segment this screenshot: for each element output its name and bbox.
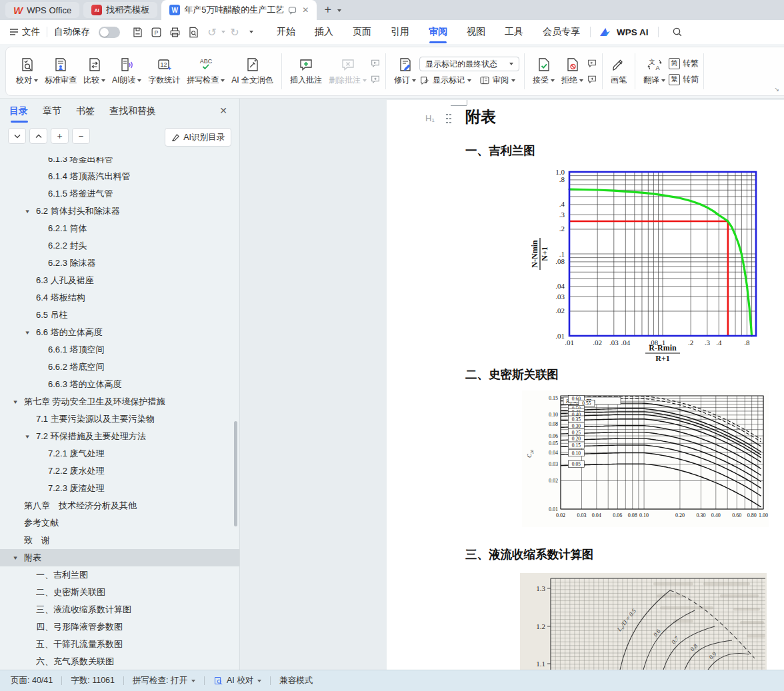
tab-current-document[interactable]: W 年产5万吨醋酸的生产工艺初步 ✕ — [161, 0, 317, 20]
translate-button[interactable]: 文A 翻译 — [640, 57, 669, 86]
sidebar-tab-chapters[interactable]: 章节 — [43, 99, 61, 124]
tab-docer-templates[interactable]: AI 找稻壳模板 — [83, 2, 157, 18]
standard-review-button[interactable]: 标准审查 — [41, 57, 80, 86]
ai-recognize-toc-button[interactable]: AI识别目录 — [165, 128, 231, 147]
toc-item[interactable]: 6.6.3 塔的立体高度 — [0, 376, 239, 393]
next-change-icon[interactable] — [587, 74, 597, 85]
toc-item[interactable]: 四、弓形降液管参数图 — [0, 618, 239, 636]
toc-expand-down-button[interactable] — [8, 128, 26, 144]
proofread-button[interactable]: 校对 — [13, 57, 41, 86]
toc-item[interactable]: 6.6.1 塔顶空间 — [0, 341, 239, 358]
toc-item[interactable]: 7.2.2 废水处理 — [0, 462, 239, 480]
prev-comment-icon[interactable] — [370, 58, 381, 69]
toc-item[interactable]: 6.1.4 塔顶蒸汽出料管 — [0, 168, 239, 185]
accept-button[interactable]: 接受 — [529, 57, 558, 86]
sidebar-tab-bookmarks[interactable]: 书签 — [76, 99, 95, 124]
spell-check-button[interactable]: ABC 拼写检查 — [183, 57, 228, 86]
toc-item[interactable]: ▼附表 — [0, 549, 239, 566]
toc-item[interactable]: 6.5 吊柱 — [0, 307, 239, 324]
undo-button[interactable]: ↺ — [204, 24, 220, 40]
traditional-to-simplified-button[interactable]: 繁 转简 — [669, 74, 699, 85]
ai-proof-status[interactable]: AI 校对 — [227, 675, 253, 686]
toc-collapse-triangle-icon[interactable]: ▼ — [12, 399, 18, 405]
toc-collapse-triangle-icon[interactable]: ▼ — [24, 434, 30, 440]
toc-item[interactable]: 6.6.2 塔底空间 — [0, 358, 239, 376]
menu-tab-审阅[interactable]: 审阅 — [428, 20, 448, 44]
autosave-control[interactable]: 自动保存 — [54, 26, 120, 38]
toc-collapse-up-button[interactable] — [29, 128, 47, 144]
toc-item[interactable]: 6.4 塔板结构 — [0, 289, 239, 307]
new-tab-plus-icon[interactable]: ＋ — [322, 1, 333, 17]
toolbar-more-chevron-down-icon[interactable] — [249, 31, 253, 33]
ai-polish-button[interactable]: AI 全文润色 — [228, 57, 277, 86]
toc-item[interactable]: 六、充气系数关联图 — [0, 653, 239, 670]
pen-button[interactable]: 画笔 — [607, 57, 630, 86]
wps-ai-button[interactable]: WPS AI — [600, 27, 649, 37]
toc-item[interactable]: 五、干筛孔流量系数图 — [0, 636, 239, 653]
dialog-launcher-icon[interactable]: ↘ — [774, 86, 779, 93]
toc-item[interactable]: 6.1.5 塔釜进气管 — [0, 185, 239, 203]
menu-tab-插入[interactable]: 插入 — [314, 20, 334, 44]
review-mode-button[interactable]: 审阅 — [479, 75, 515, 86]
toc-item[interactable]: ▼7.2 环保措施及主要处理方法 — [0, 428, 239, 445]
redo-button[interactable]: ↻ — [227, 24, 243, 40]
word-count-button[interactable]: 12+ 字数统计 — [145, 57, 183, 86]
insert-comment-button[interactable]: 插入批注 — [287, 57, 325, 86]
toc-item[interactable]: 7.2.3 废渣处理 — [0, 480, 239, 497]
compare-button[interactable]: 比较 — [80, 57, 109, 86]
toc-item[interactable]: 一、吉利兰图 — [0, 566, 239, 584]
delete-comment-button[interactable]: 删除批注 — [325, 57, 370, 86]
chevron-down-icon[interactable] — [257, 680, 261, 682]
menu-tab-开始[interactable]: 开始 — [276, 20, 296, 44]
menu-tab-工具[interactable]: 工具 — [504, 20, 524, 44]
menu-tab-视图[interactable]: 视图 — [466, 20, 486, 44]
toc-collapse-triangle-icon[interactable]: ▼ — [24, 330, 30, 336]
toc-item[interactable]: ▼6.6 塔的立体高度 — [0, 324, 239, 341]
comment-bubble-icon[interactable] — [288, 6, 297, 15]
track-changes-button[interactable]: 修订 — [391, 57, 419, 86]
sidebar-tab-find-replace[interactable]: 查找和替换 — [109, 99, 156, 124]
file-menu-button[interactable]: 文件 — [9, 26, 40, 38]
toc-zoom-in-button[interactable]: ＋ — [51, 128, 69, 144]
toc-item[interactable]: 6.2.1 筒体 — [0, 220, 239, 237]
toc-item[interactable]: ▼第七章 劳动安全卫生及环境保护措施 — [0, 393, 239, 410]
toc-item[interactable]: 致 谢 — [0, 532, 239, 549]
print-preview-button[interactable] — [185, 24, 201, 40]
document-area[interactable]: H₁ 附表 一、吉利兰图 1.0.8.4.3.2.1.08.04.03.02.0… — [240, 99, 784, 670]
undo-history-chevron-down-icon[interactable] — [221, 31, 225, 33]
show-markup-button[interactable]: 显示标记 — [419, 75, 471, 86]
chevron-down-icon[interactable] — [191, 680, 195, 682]
toc-item[interactable]: 7.1 主要污染源以及主要污染物 — [0, 410, 239, 428]
close-icon[interactable]: ✕ — [302, 5, 309, 15]
toc-item[interactable]: 第八章 技术经济分析及其他 — [0, 497, 239, 514]
next-comment-icon[interactable] — [370, 74, 381, 85]
autosave-toggle[interactable] — [99, 27, 120, 38]
toc-collapse-triangle-icon[interactable]: ▼ — [12, 555, 18, 561]
tab-wps-office[interactable]: W WPS Office — [5, 2, 79, 18]
toc-item[interactable]: 6.2.3 除沫器 — [0, 255, 239, 272]
markup-state-select[interactable]: 显示标记的最终状态 — [419, 57, 519, 71]
export-pdf-button[interactable]: P — [148, 24, 164, 40]
print-button[interactable] — [167, 24, 183, 40]
toc-item[interactable]: 三、液流收缩系数计算图 — [0, 601, 239, 618]
h1-drag-handle[interactable] — [445, 113, 452, 123]
reject-button[interactable]: 拒绝 — [558, 57, 587, 86]
toc-item[interactable]: 参考文献 — [0, 514, 239, 532]
toc-item[interactable]: 二、史密斯关联图 — [0, 584, 239, 601]
toc-scrollbar[interactable] — [234, 421, 237, 526]
toc-item[interactable]: ▼6.2 筒体封头和除沫器 — [0, 203, 239, 220]
document-page[interactable]: H₁ 附表 一、吉利兰图 1.0.8.4.3.2.1.08.04.03.02.0… — [387, 100, 784, 670]
toc-item[interactable]: 6.2.2 封头 — [0, 237, 239, 255]
menu-tab-引用[interactable]: 引用 — [390, 20, 410, 44]
toc-item[interactable]: 6.1.3 塔釜出料管 — [0, 157, 239, 168]
save-button[interactable] — [129, 24, 145, 40]
menu-tab-会员专享[interactable]: 会员专享 — [542, 20, 581, 44]
toc-zoom-out-button[interactable]: − — [72, 128, 90, 144]
tab-list-chevron-down-icon[interactable] — [337, 9, 341, 12]
toc-collapse-triangle-icon[interactable]: ▼ — [24, 209, 30, 215]
toc-item[interactable]: 7.2.1 废气处理 — [0, 445, 239, 462]
menu-tab-页面[interactable]: 页面 — [352, 20, 372, 44]
ai-read-aloud-button[interactable]: AI朗读 — [109, 57, 145, 86]
spell-check-status[interactable]: 拼写检查: 打开 — [133, 675, 187, 686]
sidebar-tab-contents[interactable]: 目录 — [9, 99, 28, 124]
